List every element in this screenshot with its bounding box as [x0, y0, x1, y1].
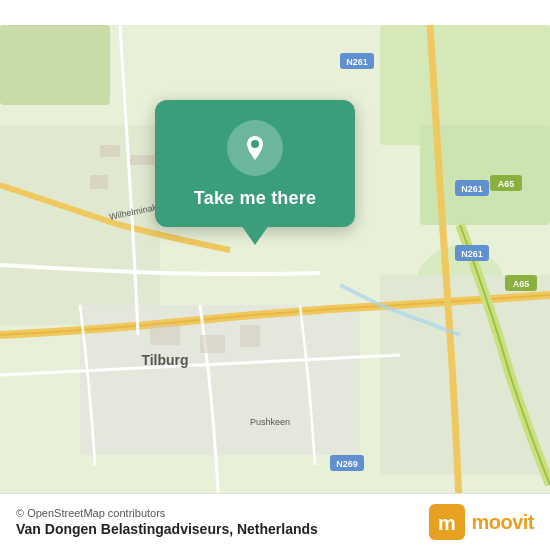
svg-rect-24 [100, 145, 120, 157]
moovit-icon: m [429, 504, 465, 540]
take-me-there-button[interactable]: Take me there [194, 188, 316, 209]
svg-text:A65: A65 [498, 179, 515, 189]
popup-card: Take me there [155, 100, 355, 227]
svg-rect-28 [200, 335, 225, 353]
svg-text:N261: N261 [346, 57, 368, 67]
svg-rect-1 [0, 25, 110, 105]
svg-rect-26 [90, 175, 108, 189]
location-pin-icon [241, 134, 269, 162]
svg-text:N261: N261 [461, 184, 483, 194]
svg-point-30 [251, 140, 259, 148]
bottom-bar: © OpenStreetMap contributors Van Dongen … [0, 493, 550, 550]
map-svg: A65 A65 N261 N261 N261 N269 Tilburg Wilh… [0, 0, 550, 550]
bottom-left: © OpenStreetMap contributors Van Dongen … [16, 507, 318, 537]
svg-text:N269: N269 [336, 459, 358, 469]
svg-text:A65: A65 [513, 279, 530, 289]
svg-text:N261: N261 [461, 249, 483, 259]
svg-rect-27 [150, 325, 180, 345]
svg-text:Tilburg: Tilburg [141, 352, 188, 368]
svg-rect-25 [130, 155, 155, 165]
svg-text:m: m [439, 512, 457, 534]
location-name: Van Dongen Belastingadviseurs, Netherlan… [16, 521, 318, 537]
moovit-logo: m moovit [429, 504, 534, 540]
location-icon-circle [227, 120, 283, 176]
map-container: A65 A65 N261 N261 N261 N269 Tilburg Wilh… [0, 0, 550, 550]
osm-credit: © OpenStreetMap contributors [16, 507, 318, 519]
moovit-text: moovit [471, 511, 534, 534]
svg-text:Pushkeen: Pushkeen [250, 417, 290, 427]
svg-rect-29 [240, 325, 260, 347]
